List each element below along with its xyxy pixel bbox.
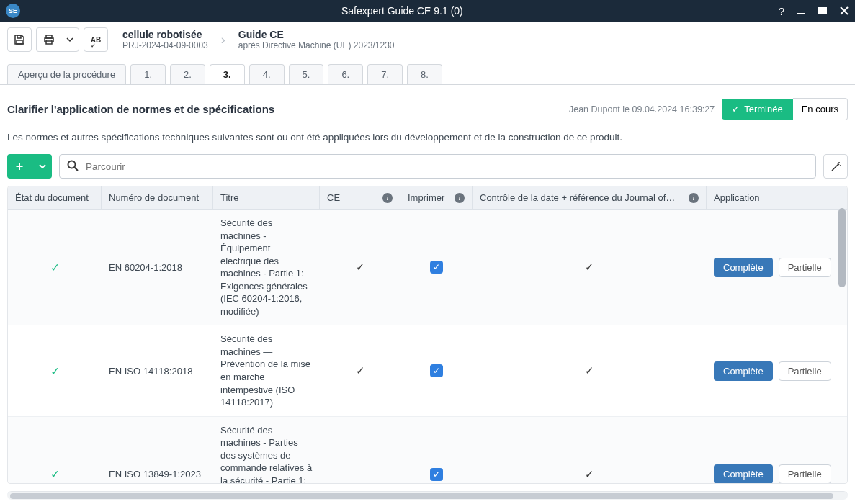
status-progress-button[interactable]: En cours bbox=[793, 98, 848, 120]
cell-status: ✓ bbox=[8, 357, 102, 385]
magic-wand-button[interactable] bbox=[823, 154, 848, 179]
breadcrumb-project[interactable]: cellule robotisée PRJ-2024-04-09-0003 bbox=[122, 29, 208, 50]
tab-step-5[interactable]: 5. bbox=[289, 64, 324, 85]
table-body: ✓EN 60204-1:2018Sécurité des machines - … bbox=[8, 210, 847, 483]
check-icon: ✓ bbox=[356, 261, 365, 274]
cell-print: ✓ bbox=[400, 253, 473, 281]
cell-number: EN ISO 13849-1:2023 bbox=[102, 462, 213, 483]
page-header: Clarifier l'application de normes et de … bbox=[0, 85, 855, 125]
cell-status: ✓ bbox=[8, 253, 102, 282]
cell-title: Sécurité des machines - Équipement élect… bbox=[213, 210, 320, 325]
horizontal-scrollbar[interactable] bbox=[7, 491, 848, 500]
table-header: État du document Numéro de document Titr… bbox=[8, 186, 847, 210]
step-tabs: Aperçu de la procédure 1. 2. 3. 4. 5. 6.… bbox=[0, 58, 855, 85]
maximize-icon[interactable] bbox=[818, 6, 828, 16]
tab-step-7[interactable]: 7. bbox=[367, 64, 403, 85]
tab-step-1[interactable]: 1. bbox=[130, 64, 166, 85]
check-icon: ✓ bbox=[356, 364, 365, 377]
search-icon bbox=[66, 159, 79, 172]
add-dropdown[interactable] bbox=[32, 154, 52, 179]
table-row[interactable]: ✓EN ISO 13849-1:2023Sécurité des machine… bbox=[8, 417, 847, 483]
cell-date: ✓ bbox=[473, 253, 707, 281]
cell-ce: ✓ bbox=[320, 253, 400, 281]
title-bar: SE Safexpert Guide CE 9.1 (0) ? bbox=[0, 0, 855, 22]
check-icon: ✓ bbox=[585, 364, 594, 377]
check-icon: ✓ bbox=[585, 261, 594, 274]
tab-step-6[interactable]: 6. bbox=[328, 64, 363, 85]
guide-title: Guide CE bbox=[238, 29, 395, 40]
col-title[interactable]: Titre bbox=[213, 186, 320, 209]
cell-date: ✓ bbox=[473, 357, 707, 384]
toolbar: AB✓ cellule robotisée PRJ-2024-04-09-000… bbox=[0, 22, 855, 58]
svg-rect-1 bbox=[818, 7, 827, 14]
cell-print: ✓ bbox=[400, 461, 473, 483]
check-icon: ✓ bbox=[50, 467, 60, 481]
minimize-icon[interactable] bbox=[796, 6, 806, 16]
status-done-button[interactable]: ✓Terminée bbox=[722, 99, 792, 120]
col-number[interactable]: Numéro de document bbox=[102, 186, 213, 209]
chevron-right-icon: › bbox=[221, 32, 225, 48]
cell-application: ComplètePartielle bbox=[707, 354, 847, 388]
col-status[interactable]: État du document bbox=[8, 186, 102, 209]
cell-title: Sécurité des machines — Prévention de la… bbox=[213, 325, 320, 415]
application-complete-button[interactable]: Complète bbox=[714, 361, 773, 381]
svg-line-8 bbox=[75, 168, 79, 171]
cell-status: ✓ bbox=[8, 460, 102, 483]
project-title: cellule robotisée bbox=[122, 29, 208, 40]
cell-ce bbox=[320, 467, 400, 482]
spellcheck-button[interactable]: AB✓ bbox=[84, 27, 108, 52]
window-title: Safexpert Guide CE 9.1 (0) bbox=[26, 5, 779, 17]
help-icon[interactable]: ? bbox=[779, 5, 784, 17]
cell-ce: ✓ bbox=[320, 357, 400, 384]
checkbox-checked[interactable]: ✓ bbox=[430, 364, 443, 377]
table-row[interactable]: ✓EN 60204-1:2018Sécurité des machines - … bbox=[8, 210, 847, 325]
search-row: + bbox=[0, 154, 855, 186]
application-complete-button[interactable]: Complète bbox=[714, 464, 773, 483]
cell-date: ✓ bbox=[473, 461, 707, 483]
check-icon: ✓ bbox=[732, 104, 740, 114]
info-icon[interactable]: i bbox=[382, 193, 393, 203]
check-icon: ✓ bbox=[50, 261, 60, 274]
cell-application: ComplètePartielle bbox=[707, 457, 847, 483]
close-icon[interactable] bbox=[839, 6, 849, 16]
info-icon[interactable]: i bbox=[455, 193, 465, 203]
page-meta: Jean Dupont le 09.04.2024 16:39:27 bbox=[569, 104, 715, 114]
vertical-scrollbar[interactable] bbox=[838, 208, 846, 472]
application-partial-button[interactable]: Partielle bbox=[779, 258, 831, 277]
svg-rect-3 bbox=[17, 40, 22, 44]
check-icon: ✓ bbox=[50, 364, 60, 378]
svg-rect-0 bbox=[797, 13, 805, 14]
tab-overview[interactable]: Aperçu de la procédure bbox=[7, 64, 126, 85]
page-title: Clarifier l'application de normes et de … bbox=[7, 103, 569, 115]
tab-step-4[interactable]: 4. bbox=[249, 64, 285, 85]
tab-step-3[interactable]: 3. bbox=[210, 64, 245, 85]
cell-number: EN ISO 14118:2018 bbox=[102, 359, 213, 384]
tab-step-8[interactable]: 8. bbox=[407, 64, 442, 85]
save-button[interactable] bbox=[7, 27, 32, 52]
application-partial-button[interactable]: Partielle bbox=[779, 361, 831, 381]
table-row[interactable]: ✓EN ISO 14118:2018Sécurité des machines … bbox=[8, 325, 847, 416]
cell-title: Sécurité des machines - Parties des syst… bbox=[213, 417, 320, 483]
checkbox-checked[interactable]: ✓ bbox=[430, 261, 443, 274]
tab-step-2[interactable]: 2. bbox=[170, 64, 205, 85]
application-partial-button[interactable]: Partielle bbox=[779, 464, 831, 483]
col-ce[interactable]: CEi bbox=[320, 186, 400, 209]
cell-application: ComplètePartielle bbox=[707, 251, 847, 284]
col-print[interactable]: Imprimeri bbox=[400, 186, 473, 209]
svg-rect-2 bbox=[17, 35, 21, 38]
cell-print: ✓ bbox=[400, 357, 473, 384]
app-icon: SE bbox=[6, 4, 20, 18]
check-icon: ✓ bbox=[585, 468, 594, 481]
application-complete-button[interactable]: Complète bbox=[714, 258, 773, 277]
svg-point-7 bbox=[68, 161, 76, 168]
breadcrumb-guide[interactable]: Guide CE après Directive Machine (UE) 20… bbox=[238, 29, 395, 50]
checkbox-checked[interactable]: ✓ bbox=[430, 468, 443, 481]
info-icon[interactable]: i bbox=[689, 193, 699, 203]
print-button[interactable] bbox=[36, 27, 61, 52]
add-button[interactable]: + bbox=[7, 154, 32, 179]
search-input[interactable] bbox=[59, 154, 816, 179]
print-dropdown[interactable] bbox=[61, 27, 79, 52]
col-date[interactable]: Contrôle de la date + référence du Journ… bbox=[473, 186, 707, 209]
standards-table: État du document Numéro de document Titr… bbox=[7, 186, 848, 484]
col-application[interactable]: Application bbox=[707, 186, 847, 209]
